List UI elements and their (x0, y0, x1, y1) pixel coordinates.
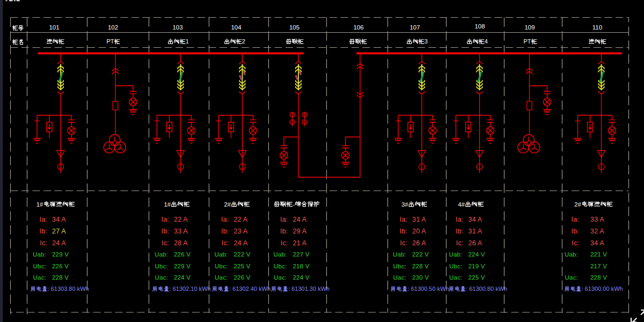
svg-text:Uab:: Uab: (565, 251, 578, 258)
svg-text:Ic:: Ic: (40, 239, 47, 247)
svg-text:: 61300.00 kWh: : 61300.00 kWh (582, 286, 623, 292)
svg-text:34 A: 34 A (590, 239, 604, 247)
svg-text:Ib:: Ib: (40, 228, 48, 235)
svg-text:27 A: 27 A (52, 228, 66, 235)
svg-text:34 A: 34 A (469, 216, 482, 223)
svg-text:4#: 4# (458, 201, 465, 208)
svg-text:2#: 2# (574, 201, 581, 208)
svg-text:1: 1 (186, 38, 189, 45)
svg-text:Ubc:: Ubc: (155, 263, 168, 269)
svg-text:Ia:: Ia: (572, 216, 580, 223)
svg-text:Ia:: Ia: (40, 216, 48, 223)
svg-text:26 A: 26 A (412, 239, 426, 247)
svg-text:34 A: 34 A (52, 216, 66, 223)
svg-text:32 A: 32 A (590, 228, 604, 235)
svg-text:224 V: 224 V (174, 274, 191, 281)
svg-text:227 V: 227 V (293, 251, 310, 258)
svg-text:24 A: 24 A (234, 239, 248, 247)
svg-text:Ic:: Ic: (400, 239, 407, 247)
svg-text:Uac:: Uac: (449, 274, 462, 281)
svg-text:31 A: 31 A (412, 216, 426, 223)
svg-text:26 A: 26 A (469, 239, 482, 247)
svg-text:Ic:: Ic: (222, 239, 229, 247)
svg-text:110: 110 (592, 24, 602, 31)
svg-text:33 A: 33 A (590, 216, 604, 223)
svg-text:22 A: 22 A (234, 216, 248, 223)
svg-text:Ubc:: Ubc: (274, 263, 287, 269)
svg-text:Uac:: Uac: (33, 274, 46, 281)
svg-text:Ia:: Ia: (456, 216, 464, 223)
svg-text:107: 107 (409, 24, 420, 31)
svg-text:-: - (292, 201, 295, 208)
svg-text:226 V: 226 V (234, 274, 251, 281)
svg-text:224 V: 224 V (469, 251, 485, 258)
svg-text:24 A: 24 A (52, 239, 66, 247)
svg-text:103: 103 (172, 24, 182, 31)
svg-text:226 V: 226 V (52, 263, 69, 269)
svg-text:33 A: 33 A (174, 228, 188, 235)
svg-text:Uac:: Uac: (393, 274, 406, 281)
svg-text:Uac:: Uac: (215, 274, 228, 281)
svg-text:3: 3 (425, 38, 428, 45)
svg-text:Ubc:: Ubc: (215, 263, 228, 269)
svg-text:228 V: 228 V (412, 263, 429, 269)
svg-text:Uab:: Uab: (155, 251, 168, 258)
svg-text:218 V: 218 V (293, 263, 310, 269)
svg-text:Uab:: Uab: (393, 251, 406, 258)
svg-text:Ubc:: Ubc: (449, 263, 462, 269)
svg-text:31 A: 31 A (469, 228, 482, 235)
svg-text:106: 106 (353, 24, 363, 31)
svg-text:Ib:: Ib: (221, 228, 229, 235)
svg-text:Ubc:: Ubc: (33, 263, 46, 269)
svg-text:: 61302.40 kWh: : 61302.40 kWh (229, 286, 270, 292)
svg-text:230 V: 230 V (412, 274, 429, 281)
svg-text:222 V: 222 V (234, 251, 251, 258)
svg-text:221 V: 221 V (590, 251, 607, 258)
svg-text:102: 102 (108, 24, 118, 31)
svg-text:Ic:: Ic: (162, 239, 169, 247)
svg-text:108: 108 (474, 23, 485, 30)
svg-text:Uac:: Uac: (274, 274, 287, 281)
svg-text:: 61302.10 kWh: : 61302.10 kWh (170, 286, 211, 292)
svg-text:: 61303.80 kWh: : 61303.80 kWh (48, 286, 89, 292)
svg-text:Ib:: Ib: (572, 228, 580, 235)
svg-text:Ia:: Ia: (221, 216, 229, 223)
svg-text:224 V: 224 V (293, 274, 310, 281)
svg-text:PT: PT (106, 38, 114, 45)
svg-text:20 A: 20 A (412, 228, 426, 235)
svg-text:109: 109 (524, 24, 535, 31)
svg-text:Uab:: Uab: (214, 251, 228, 258)
svg-text:101: 101 (49, 24, 59, 31)
svg-text:226 V: 226 V (174, 251, 191, 258)
svg-text:Ib:: Ib: (456, 228, 464, 235)
svg-text:104: 104 (231, 24, 241, 31)
svg-text:Uac:: Uac: (565, 274, 578, 281)
svg-text:225 V: 225 V (469, 274, 485, 281)
svg-text:2: 2 (242, 38, 245, 45)
svg-text:Uab:: Uab: (33, 251, 46, 258)
svg-text:PT: PT (523, 38, 531, 45)
svg-text:105: 105 (289, 24, 299, 31)
svg-text:2#: 2# (224, 201, 231, 208)
svg-text:4: 4 (485, 38, 488, 45)
svg-text:217 V: 217 V (590, 263, 607, 269)
svg-text:Uac:: Uac: (155, 274, 168, 281)
svg-text:Ib:: Ib: (162, 228, 170, 235)
svg-text:: 61301.30 kWh: : 61301.30 kWh (288, 286, 330, 292)
svg-text:Uab:: Uab: (449, 251, 462, 258)
svg-text:22 A: 22 A (174, 216, 188, 223)
svg-text:29 A: 29 A (293, 228, 307, 235)
svg-text:Ubc:: Ubc: (393, 263, 406, 269)
svg-text:229 V: 229 V (174, 263, 191, 269)
svg-text:21 A: 21 A (293, 239, 307, 247)
svg-text:: 61300.50 kWh: : 61300.50 kWh (408, 286, 449, 292)
svg-text:225 V: 225 V (234, 263, 251, 269)
svg-text:229 V: 229 V (52, 251, 69, 258)
svg-text:228 V: 228 V (52, 274, 69, 281)
svg-text:219 V: 219 V (469, 263, 485, 269)
svg-text:Ia:: Ia: (400, 216, 408, 223)
svg-text:24 A: 24 A (293, 216, 307, 223)
svg-text:1#: 1# (164, 201, 171, 208)
svg-text:1#: 1# (36, 201, 43, 208)
svg-text:222 V: 222 V (412, 251, 429, 258)
